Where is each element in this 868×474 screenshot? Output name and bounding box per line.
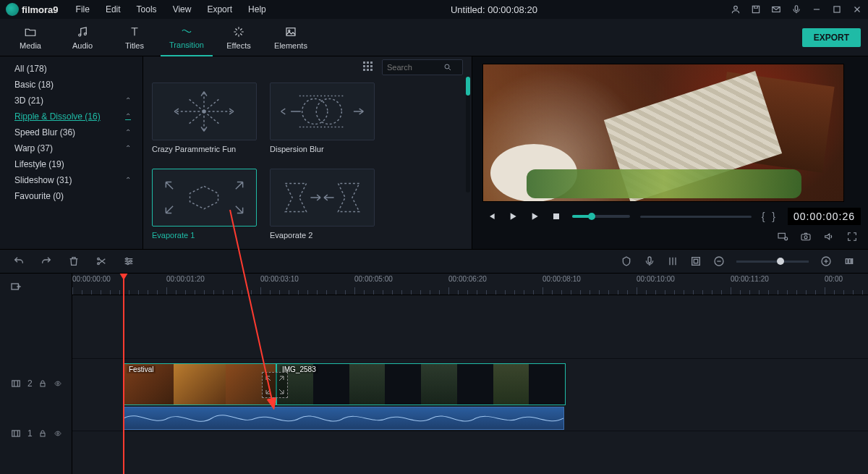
audio-waveform[interactable] bbox=[123, 407, 564, 430]
category-slideshow[interactable]: Slideshow (31)⌃ bbox=[0, 172, 142, 188]
undo-icon[interactable] bbox=[13, 255, 25, 267]
browser-scrollbar[interactable] bbox=[466, 77, 470, 192]
render-icon[interactable] bbox=[690, 255, 702, 267]
display-settings-icon[interactable] bbox=[777, 231, 788, 242]
lock-icon[interactable] bbox=[38, 379, 47, 388]
close-icon[interactable] bbox=[852, 4, 862, 14]
menu-export[interactable]: Export bbox=[201, 2, 238, 17]
video-track-1[interactable]: Festival IMG_2583 bbox=[72, 359, 868, 431]
mail-icon[interactable] bbox=[771, 4, 781, 14]
svg-rect-29 bbox=[648, 257, 651, 263]
tab-elements-label: Elements bbox=[274, 41, 307, 50]
play-all-button[interactable] bbox=[529, 211, 540, 222]
ruler-label: 00:00:03:10 bbox=[260, 275, 299, 283]
seek-slider[interactable] bbox=[640, 216, 752, 218]
tab-elements[interactable]: Elements bbox=[265, 19, 317, 56]
svg-point-50 bbox=[56, 433, 59, 435]
track-header-v2[interactable]: 2 bbox=[0, 358, 72, 409]
tab-effects[interactable]: Effects bbox=[213, 19, 265, 56]
minimize-icon[interactable] bbox=[812, 4, 822, 14]
export-button[interactable]: EXPORT bbox=[802, 28, 861, 47]
category-speed-blur[interactable]: Speed Blur (36)⌃ bbox=[0, 124, 142, 140]
menu-help[interactable]: Help bbox=[242, 2, 272, 17]
zoom-out-icon[interactable] bbox=[713, 255, 725, 267]
playhead[interactable] bbox=[123, 274, 124, 474]
svg-point-26 bbox=[126, 258, 128, 260]
transition-thumb-dispersion[interactable]: Dispersion Blur bbox=[270, 82, 375, 156]
preview-controls: { } 00:00:00:26 bbox=[482, 203, 864, 229]
category-favourite[interactable]: Favourite (0) bbox=[0, 188, 142, 204]
ribbon: Media Audio Titles Transition Effects El… bbox=[0, 19, 868, 56]
prev-frame-button[interactable] bbox=[485, 211, 497, 222]
zoom-fit-icon[interactable] bbox=[843, 255, 855, 267]
tab-titles-label: Titles bbox=[125, 41, 144, 50]
tab-media[interactable]: Media bbox=[4, 19, 56, 56]
maximize-icon[interactable] bbox=[832, 4, 842, 14]
delete-icon[interactable] bbox=[68, 255, 80, 267]
tab-transition[interactable]: Transition bbox=[161, 19, 213, 56]
category-3d[interactable]: 3D (21)⌃ bbox=[0, 93, 142, 109]
split-icon[interactable] bbox=[95, 255, 107, 267]
zoom-in-icon[interactable] bbox=[820, 255, 832, 267]
svg-rect-39 bbox=[851, 259, 852, 264]
search-icon bbox=[443, 63, 452, 72]
menu-view[interactable]: View bbox=[167, 2, 197, 17]
track-header-v1[interactable]: 1 bbox=[0, 409, 72, 458]
snapshot-icon[interactable] bbox=[800, 231, 812, 242]
category-basic[interactable]: Basic (18) bbox=[0, 77, 142, 93]
adjust-icon[interactable] bbox=[123, 255, 135, 267]
eye-icon[interactable] bbox=[53, 430, 63, 437]
category-ripple-dissolve[interactable]: Ripple & Dissolve (16)⌃ bbox=[0, 109, 142, 124]
fullscreen-icon[interactable] bbox=[846, 231, 858, 242]
redo-icon[interactable] bbox=[41, 255, 52, 267]
svg-marker-17 bbox=[285, 184, 306, 212]
svg-rect-38 bbox=[848, 259, 851, 264]
svg-point-45 bbox=[56, 383, 59, 385]
timeline-body[interactable]: 00:00:00:0000:00:01:2000:00:03:1000:00:0… bbox=[72, 274, 868, 474]
tab-audio[interactable]: Audio bbox=[56, 19, 109, 56]
account-icon[interactable] bbox=[731, 4, 741, 14]
lock-icon[interactable] bbox=[38, 429, 47, 438]
transition-thumb-evaporate1[interactable]: Evaporate 1 bbox=[152, 169, 257, 242]
mic-icon[interactable] bbox=[791, 4, 801, 14]
ruler-label: 00:00:06:20 bbox=[448, 275, 487, 283]
save-icon[interactable] bbox=[751, 4, 761, 14]
stop-button[interactable] bbox=[550, 211, 562, 222]
add-track-icon[interactable] bbox=[9, 281, 23, 292]
voiceover-icon[interactable] bbox=[644, 255, 655, 267]
category-warp[interactable]: Warp (37)⌃ bbox=[0, 140, 142, 156]
applied-transition[interactable] bbox=[262, 372, 288, 398]
preview-viewport[interactable] bbox=[482, 64, 844, 202]
mark-in-out[interactable]: { } bbox=[762, 211, 778, 222]
menu-bar: filmora9 File Edit Tools View Export Hel… bbox=[0, 0, 868, 19]
time-ruler[interactable]: 00:00:00:0000:00:01:2000:00:03:1000:00:0… bbox=[72, 274, 868, 295]
mixer-icon[interactable] bbox=[667, 255, 678, 267]
transition-thumb-crazy[interactable]: Crazy Parammetric Fun bbox=[152, 82, 257, 156]
grid-view-icon[interactable] bbox=[363, 62, 375, 73]
svg-rect-3 bbox=[795, 6, 798, 11]
video-track-2[interactable] bbox=[72, 295, 868, 359]
clip-img2583[interactable]: IMG_2583 bbox=[276, 363, 566, 405]
volume-slider[interactable] bbox=[572, 215, 630, 218]
search-input[interactable] bbox=[387, 63, 439, 72]
transition-thumb-evaporate2[interactable]: Evaporate 2 bbox=[270, 169, 375, 242]
track-index: 1 bbox=[27, 428, 33, 439]
app-name: filmora9 bbox=[22, 4, 59, 15]
menu-edit[interactable]: Edit bbox=[100, 2, 127, 17]
category-all[interactable]: All (178) bbox=[0, 61, 142, 77]
marker-icon[interactable] bbox=[621, 255, 632, 267]
menu-file[interactable]: File bbox=[70, 2, 95, 17]
play-button[interactable] bbox=[507, 211, 519, 222]
zoom-slider[interactable] bbox=[736, 261, 809, 263]
chevron-up-icon: ⌃ bbox=[125, 142, 131, 155]
track-index: 2 bbox=[27, 378, 33, 389]
clip-festival[interactable]: Festival bbox=[123, 363, 276, 405]
search-field[interactable] bbox=[382, 59, 463, 75]
menu-tools[interactable]: Tools bbox=[131, 2, 163, 17]
volume-icon[interactable] bbox=[823, 231, 835, 242]
category-lifestyle[interactable]: Lifestyle (19) bbox=[0, 156, 142, 172]
folder-icon bbox=[23, 25, 38, 38]
tab-titles[interactable]: Titles bbox=[109, 19, 161, 56]
track-headers: 2 1 bbox=[0, 274, 72, 474]
eye-icon[interactable] bbox=[53, 380, 63, 387]
